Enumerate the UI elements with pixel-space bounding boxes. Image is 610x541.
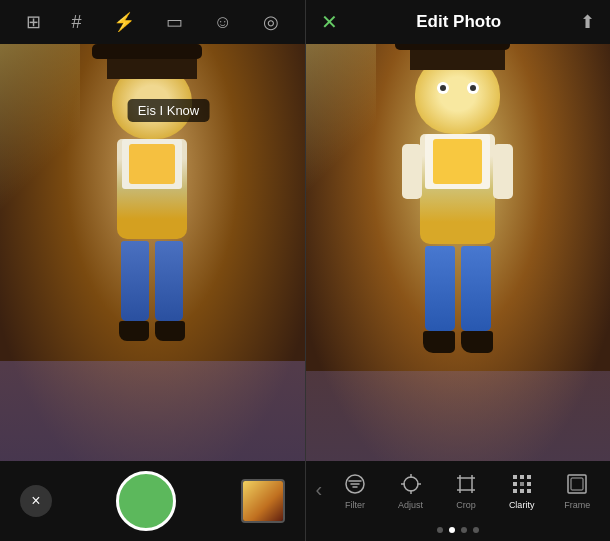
woody-hat-brim-right — [395, 44, 510, 50]
woody-body-left — [117, 139, 187, 239]
svg-rect-22 — [520, 489, 524, 493]
woody-arm-left — [402, 144, 422, 199]
clarity-icon — [508, 470, 536, 498]
woody-arm-right — [493, 144, 513, 199]
crop-icon — [452, 470, 480, 498]
woody-boot-right-2 — [461, 331, 493, 353]
clarity-label: Clarity — [509, 500, 535, 510]
svg-rect-21 — [513, 489, 517, 493]
right-panel: ✕ Edit Photo ⬆ — [306, 0, 611, 541]
woody-head-right — [415, 54, 500, 134]
adjust-icon — [397, 470, 425, 498]
woody-leg-left-1 — [121, 241, 149, 321]
woody-leg-right-1 — [425, 246, 455, 331]
cancel-button[interactable]: ✕ — [321, 12, 338, 32]
woody-hat-right — [410, 44, 505, 70]
frame-tool[interactable]: Frame — [549, 470, 605, 510]
edit-tools: ‹ Filter Adjust Crop — [306, 470, 611, 510]
crop-tool[interactable]: Crop — [438, 470, 494, 510]
right-toolbar: ✕ Edit Photo ⬆ — [306, 0, 611, 44]
layers-icon[interactable]: ▭ — [166, 11, 183, 33]
window-glow-right — [306, 44, 376, 224]
woody-eyes-right — [437, 82, 479, 94]
woody-leg-left-2 — [155, 241, 183, 321]
crop-label: Crop — [456, 500, 476, 510]
woody-hat-left — [107, 44, 197, 79]
woody-eye-right-2 — [467, 82, 479, 94]
clarity-tool[interactable]: Clarity — [494, 470, 550, 510]
dot-3 — [461, 527, 467, 533]
pagination-dots — [437, 527, 479, 533]
left-photo-area: Eis I Know — [0, 44, 305, 461]
svg-rect-23 — [527, 489, 531, 493]
woody-legs-right — [393, 246, 523, 331]
svg-rect-6 — [460, 478, 472, 490]
svg-rect-17 — [527, 475, 531, 479]
woody-eye-right-1 — [437, 82, 449, 94]
close-button[interactable]: × — [20, 485, 52, 517]
svg-rect-18 — [513, 482, 517, 486]
capture-button[interactable] — [116, 471, 176, 531]
left-panel: ⊞ # ⚡ ▭ ☺ ◎ — [0, 0, 305, 541]
frame-label: Frame — [564, 500, 590, 510]
adjust-tool[interactable]: Adjust — [383, 470, 439, 510]
svg-rect-19 — [520, 482, 524, 486]
page-title: Edit Photo — [416, 12, 501, 32]
dot-1 — [437, 527, 443, 533]
filter-tool[interactable]: Filter — [327, 470, 383, 510]
svg-rect-15 — [513, 475, 517, 479]
dot-2 — [449, 527, 455, 533]
tooltip: Eis I Know — [128, 99, 209, 122]
svg-rect-25 — [571, 478, 583, 490]
woody-leg-right-2 — [461, 246, 491, 331]
hashtag-icon[interactable]: # — [72, 12, 82, 33]
window-glow-left — [0, 44, 80, 244]
face-icon[interactable]: ☺ — [214, 12, 232, 33]
camera-switch-icon[interactable]: ◎ — [263, 11, 279, 33]
svg-point-1 — [404, 477, 418, 491]
grid-icon[interactable]: ⊞ — [26, 11, 41, 33]
woody-boots-left — [92, 321, 212, 341]
left-toolbar: ⊞ # ⚡ ▭ ☺ ◎ — [0, 0, 305, 44]
thumbnail-preview — [243, 481, 283, 521]
woody-legs-left — [92, 241, 212, 321]
svg-rect-20 — [527, 482, 531, 486]
woody-body-right — [420, 134, 495, 244]
edit-tools-bar: ‹ Filter Adjust Crop — [306, 461, 611, 541]
woody-boot-right-1 — [423, 331, 455, 353]
filter-icon — [341, 470, 369, 498]
right-photo — [306, 44, 611, 461]
woody-hat-brim-left — [92, 44, 202, 59]
lightning-icon[interactable]: ⚡ — [113, 11, 135, 33]
woody-boot-left-2 — [155, 321, 185, 341]
thumbnail-button[interactable] — [241, 479, 285, 523]
right-photo-area — [306, 44, 611, 461]
woody-vest-left — [129, 144, 175, 184]
svg-rect-16 — [520, 475, 524, 479]
adjust-label: Adjust — [398, 500, 423, 510]
woody-doll-right — [393, 54, 523, 394]
dot-4 — [473, 527, 479, 533]
share-button[interactable]: ⬆ — [580, 11, 595, 33]
left-bottom-bar: × — [0, 461, 305, 541]
woody-boots-right — [393, 331, 523, 353]
woody-boot-left-1 — [119, 321, 149, 341]
tools-scroll-left[interactable]: ‹ — [311, 478, 328, 501]
frame-icon — [563, 470, 591, 498]
filter-label: Filter — [345, 500, 365, 510]
woody-arms-right — [402, 144, 513, 184]
